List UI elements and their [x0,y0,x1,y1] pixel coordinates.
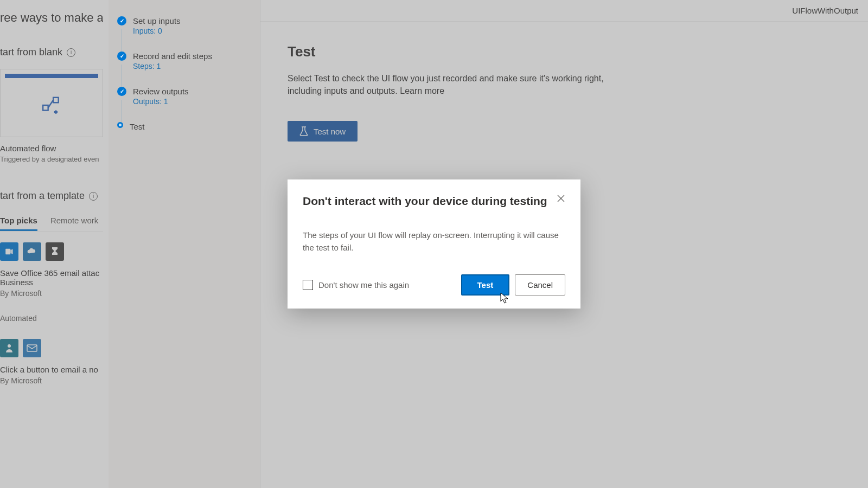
cancel-button[interactable]: Cancel [515,274,565,296]
modal-overlay: Don't interact with your device during t… [0,0,868,488]
dialog-body: The steps of your UI flow will replay on… [303,229,565,254]
check-icon [117,52,126,61]
close-button[interactable] [553,191,569,207]
check-icon [117,87,126,96]
checkbox-icon [303,280,313,290]
current-step-icon [117,122,123,128]
test-warning-dialog: Don't interact with your device during t… [288,179,580,309]
dont-show-again-checkbox[interactable]: Don't show me this again [303,280,409,290]
test-button[interactable]: Test [461,274,510,296]
check-icon [117,16,126,25]
dialog-title: Don't interact with your device during t… [303,195,565,208]
close-icon [557,195,565,202]
